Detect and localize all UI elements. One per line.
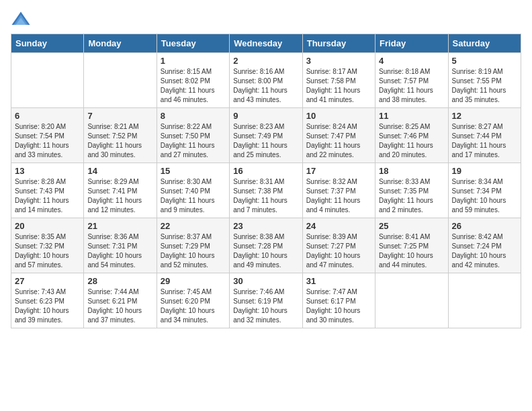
calendar-cell: 26Sunrise: 8:42 AM Sunset: 7:24 PM Dayli… (448, 218, 521, 273)
day-number: 9 (233, 111, 298, 121)
cell-info: Sunrise: 8:36 AM Sunset: 7:31 PM Dayligh… (87, 232, 152, 270)
week-row-3: 13Sunrise: 8:28 AM Sunset: 7:43 PM Dayli… (11, 163, 521, 218)
cell-info: Sunrise: 8:18 AM Sunset: 7:57 PM Dayligh… (379, 67, 444, 105)
calendar-cell (84, 53, 157, 108)
cell-info: Sunrise: 8:32 AM Sunset: 7:37 PM Dayligh… (306, 177, 371, 215)
day-number: 10 (306, 111, 371, 121)
day-number: 4 (379, 56, 444, 66)
calendar-cell: 9Sunrise: 8:23 AM Sunset: 7:49 PM Daylig… (230, 108, 302, 163)
calendar-cell: 19Sunrise: 8:34 AM Sunset: 7:34 PM Dayli… (448, 163, 521, 218)
calendar-cell: 20Sunrise: 8:35 AM Sunset: 7:32 PM Dayli… (11, 218, 84, 273)
week-row-4: 20Sunrise: 8:35 AM Sunset: 7:32 PM Dayli… (11, 218, 521, 273)
cell-info: Sunrise: 8:24 AM Sunset: 7:47 PM Dayligh… (306, 122, 371, 160)
weekday-header-friday: Friday (375, 34, 448, 53)
day-number: 19 (452, 166, 517, 176)
calendar-cell: 13Sunrise: 8:28 AM Sunset: 7:43 PM Dayli… (11, 163, 84, 218)
calendar-cell (448, 273, 521, 328)
week-row-1: 1Sunrise: 8:15 AM Sunset: 8:02 PM Daylig… (11, 53, 521, 108)
calendar-cell (11, 53, 84, 108)
day-number: 13 (15, 166, 80, 176)
calendar-cell: 29Sunrise: 7:45 AM Sunset: 6:20 PM Dayli… (157, 273, 229, 328)
calendar-cell: 14Sunrise: 8:29 AM Sunset: 7:41 PM Dayli… (84, 163, 157, 218)
calendar-cell: 22Sunrise: 8:37 AM Sunset: 7:29 PM Dayli… (157, 218, 229, 273)
day-number: 8 (161, 111, 226, 121)
cell-info: Sunrise: 7:44 AM Sunset: 6:21 PM Dayligh… (87, 287, 152, 325)
calendar-cell: 8Sunrise: 8:22 AM Sunset: 7:50 PM Daylig… (157, 108, 229, 163)
weekday-header-sunday: Sunday (11, 34, 84, 53)
cell-info: Sunrise: 8:30 AM Sunset: 7:40 PM Dayligh… (161, 177, 226, 215)
calendar-cell: 11Sunrise: 8:25 AM Sunset: 7:46 PM Dayli… (375, 108, 448, 163)
calendar-cell: 5Sunrise: 8:19 AM Sunset: 7:55 PM Daylig… (448, 53, 521, 108)
cell-info: Sunrise: 8:31 AM Sunset: 7:38 PM Dayligh… (233, 177, 298, 215)
day-number: 5 (452, 56, 517, 66)
calendar-cell: 6Sunrise: 8:20 AM Sunset: 7:54 PM Daylig… (11, 108, 84, 163)
logo (11, 11, 34, 27)
day-number: 7 (87, 111, 152, 121)
day-number: 2 (233, 56, 298, 66)
cell-info: Sunrise: 7:47 AM Sunset: 6:17 PM Dayligh… (306, 287, 371, 325)
cell-info: Sunrise: 8:22 AM Sunset: 7:50 PM Dayligh… (161, 122, 226, 160)
cell-info: Sunrise: 8:28 AM Sunset: 7:43 PM Dayligh… (15, 177, 80, 215)
calendar-cell: 10Sunrise: 8:24 AM Sunset: 7:47 PM Dayli… (302, 108, 375, 163)
cell-info: Sunrise: 8:41 AM Sunset: 7:25 PM Dayligh… (379, 232, 444, 270)
cell-info: Sunrise: 8:34 AM Sunset: 7:34 PM Dayligh… (452, 177, 517, 215)
cell-info: Sunrise: 8:15 AM Sunset: 8:02 PM Dayligh… (161, 67, 226, 105)
day-number: 22 (161, 221, 226, 231)
week-row-5: 27Sunrise: 7:43 AM Sunset: 6:23 PM Dayli… (11, 273, 521, 328)
weekday-header-wednesday: Wednesday (230, 34, 302, 53)
week-row-2: 6Sunrise: 8:20 AM Sunset: 7:54 PM Daylig… (11, 108, 521, 163)
calendar-cell: 1Sunrise: 8:15 AM Sunset: 8:02 PM Daylig… (157, 53, 229, 108)
cell-info: Sunrise: 7:46 AM Sunset: 6:19 PM Dayligh… (233, 287, 298, 325)
calendar-cell: 30Sunrise: 7:46 AM Sunset: 6:19 PM Dayli… (230, 273, 302, 328)
day-number: 14 (87, 166, 152, 176)
day-number: 27 (15, 276, 80, 286)
cell-info: Sunrise: 8:39 AM Sunset: 7:27 PM Dayligh… (306, 232, 371, 270)
calendar-cell: 4Sunrise: 8:18 AM Sunset: 7:57 PM Daylig… (375, 53, 448, 108)
cell-info: Sunrise: 8:25 AM Sunset: 7:46 PM Dayligh… (379, 122, 444, 160)
weekday-header-thursday: Thursday (302, 34, 375, 53)
day-number: 3 (306, 56, 371, 66)
calendar-cell: 18Sunrise: 8:33 AM Sunset: 7:35 PM Dayli… (375, 163, 448, 218)
day-number: 20 (15, 221, 80, 231)
cell-info: Sunrise: 8:35 AM Sunset: 7:32 PM Dayligh… (15, 232, 80, 270)
weekday-row: SundayMondayTuesdayWednesdayThursdayFrid… (11, 34, 521, 53)
day-number: 6 (15, 111, 80, 121)
calendar-cell: 2Sunrise: 8:16 AM Sunset: 8:00 PM Daylig… (230, 53, 302, 108)
day-number: 30 (233, 276, 298, 286)
calendar-cell: 3Sunrise: 8:17 AM Sunset: 7:58 PM Daylig… (302, 53, 375, 108)
calendar-body: 1Sunrise: 8:15 AM Sunset: 8:02 PM Daylig… (11, 53, 521, 328)
day-number: 29 (161, 276, 226, 286)
calendar-cell: 23Sunrise: 8:38 AM Sunset: 7:28 PM Dayli… (230, 218, 302, 273)
day-number: 21 (87, 221, 152, 231)
calendar-cell: 31Sunrise: 7:47 AM Sunset: 6:17 PM Dayli… (302, 273, 375, 328)
calendar-cell: 25Sunrise: 8:41 AM Sunset: 7:25 PM Dayli… (375, 218, 448, 273)
calendar-cell: 21Sunrise: 8:36 AM Sunset: 7:31 PM Dayli… (84, 218, 157, 273)
day-number: 12 (452, 111, 517, 121)
cell-info: Sunrise: 8:33 AM Sunset: 7:35 PM Dayligh… (379, 177, 444, 215)
calendar-cell: 12Sunrise: 8:27 AM Sunset: 7:44 PM Dayli… (448, 108, 521, 163)
day-number: 17 (306, 166, 371, 176)
cell-info: Sunrise: 7:45 AM Sunset: 6:20 PM Dayligh… (161, 287, 226, 325)
weekday-header-saturday: Saturday (448, 34, 521, 53)
calendar-cell: 17Sunrise: 8:32 AM Sunset: 7:37 PM Dayli… (302, 163, 375, 218)
day-number: 28 (87, 276, 152, 286)
day-number: 11 (379, 111, 444, 121)
day-number: 24 (306, 221, 371, 231)
day-number: 25 (379, 221, 444, 231)
cell-info: Sunrise: 8:21 AM Sunset: 7:52 PM Dayligh… (87, 122, 152, 160)
cell-info: Sunrise: 8:37 AM Sunset: 7:29 PM Dayligh… (161, 232, 226, 270)
day-number: 1 (161, 56, 226, 66)
day-number: 31 (306, 276, 371, 286)
cell-info: Sunrise: 8:16 AM Sunset: 8:00 PM Dayligh… (233, 67, 298, 105)
calendar-cell: 15Sunrise: 8:30 AM Sunset: 7:40 PM Dayli… (157, 163, 229, 218)
cell-info: Sunrise: 8:20 AM Sunset: 7:54 PM Dayligh… (15, 122, 80, 160)
calendar-cell: 27Sunrise: 7:43 AM Sunset: 6:23 PM Dayli… (11, 273, 84, 328)
weekday-header-tuesday: Tuesday (157, 34, 229, 53)
day-number: 16 (233, 166, 298, 176)
page-header (11, 11, 521, 27)
calendar-table: SundayMondayTuesdayWednesdayThursdayFrid… (11, 34, 521, 328)
cell-info: Sunrise: 8:38 AM Sunset: 7:28 PM Dayligh… (233, 232, 298, 270)
cell-info: Sunrise: 8:17 AM Sunset: 7:58 PM Dayligh… (306, 67, 371, 105)
day-number: 26 (452, 221, 517, 231)
calendar-cell: 28Sunrise: 7:44 AM Sunset: 6:21 PM Dayli… (84, 273, 157, 328)
